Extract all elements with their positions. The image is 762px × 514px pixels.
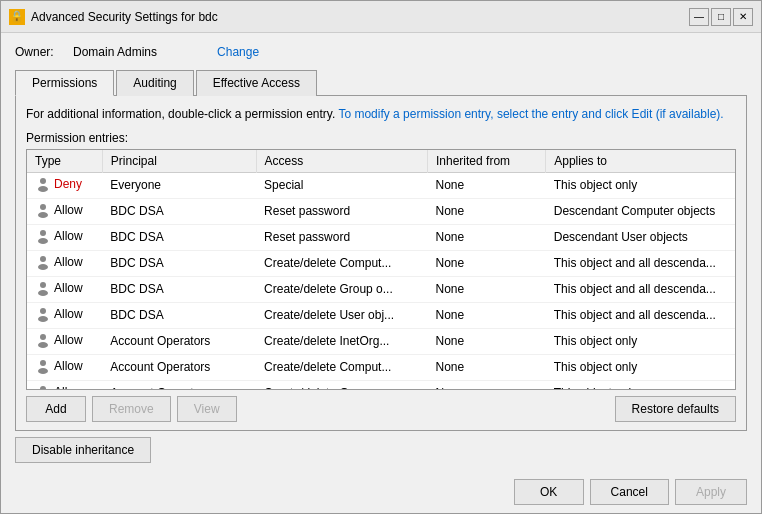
cell-applies: This object only (546, 328, 735, 354)
restore-defaults-button[interactable]: Restore defaults (615, 396, 736, 422)
bottom-bar: OK Cancel Apply (1, 471, 761, 513)
col-header-type[interactable]: Type (27, 150, 102, 173)
user-icon (35, 202, 51, 218)
cell-applies: This object only (546, 172, 735, 198)
info-text: For additional information, double-click… (26, 106, 736, 123)
svg-point-11 (38, 316, 48, 322)
user-icon (35, 176, 51, 192)
cell-type: Allow (27, 224, 102, 250)
cell-type: Allow (27, 302, 102, 328)
svg-point-0 (40, 178, 46, 184)
table-row[interactable]: Allow Account Operators Create/delete Co… (27, 354, 735, 380)
svg-point-4 (40, 230, 46, 236)
inheritance-row: Disable inheritance (15, 431, 747, 463)
tab-bar: Permissions Auditing Effective Access (15, 69, 747, 96)
title-bar: 🔒 Advanced Security Settings for bdc — □… (1, 1, 761, 33)
cell-principal: Account Operators (102, 328, 256, 354)
cell-inherited: None (428, 172, 546, 198)
table-row[interactable]: Allow BDC DSA Create/delete Group o... N… (27, 276, 735, 302)
dialog-buttons: OK Cancel Apply (514, 479, 747, 505)
tab-permissions[interactable]: Permissions (15, 70, 114, 96)
cell-applies: This object only (546, 354, 735, 380)
cell-type: Allow (27, 380, 102, 390)
close-button[interactable]: ✕ (733, 8, 753, 26)
cell-access: Create/delete Comput... (256, 250, 427, 276)
cell-inherited: None (428, 250, 546, 276)
cell-access: Special (256, 172, 427, 198)
cell-principal: BDC DSA (102, 224, 256, 250)
table-body: Deny Everyone Special None This object o… (27, 172, 735, 390)
maximize-button[interactable]: □ (711, 8, 731, 26)
col-header-access[interactable]: Access (256, 150, 427, 173)
cell-applies: Descendant User objects (546, 224, 735, 250)
cell-principal: BDC DSA (102, 276, 256, 302)
table-row[interactable]: Allow BDC DSA Reset password None Descen… (27, 198, 735, 224)
main-content: Owner: Domain Admins Change Permissions … (1, 33, 761, 471)
cell-applies: This object and all descenda... (546, 302, 735, 328)
cell-access: Create/delete Group o... (256, 276, 427, 302)
col-header-inherited[interactable]: Inherited from (428, 150, 546, 173)
table-row[interactable]: Allow Account Operators Create/delete In… (27, 328, 735, 354)
cell-access: Reset password (256, 198, 427, 224)
table-row[interactable]: Deny Everyone Special None This object o… (27, 172, 735, 198)
owner-value: Domain Admins (73, 45, 157, 59)
cancel-button[interactable]: Cancel (590, 479, 669, 505)
cell-principal: Account Operators (102, 380, 256, 390)
cell-applies: This object and all descenda... (546, 276, 735, 302)
table-row[interactable]: Allow Account Operators Create/delete Gr… (27, 380, 735, 390)
cell-principal: BDC DSA (102, 302, 256, 328)
cell-principal: BDC DSA (102, 250, 256, 276)
owner-label: Owner: (15, 45, 65, 59)
svg-point-15 (38, 368, 48, 374)
cell-inherited: None (428, 380, 546, 390)
table-row[interactable]: Allow BDC DSA Create/delete Comput... No… (27, 250, 735, 276)
cell-inherited: None (428, 354, 546, 380)
action-button-row: Add Remove View Restore defaults (26, 396, 736, 422)
table-row[interactable]: Allow BDC DSA Reset password None Descen… (27, 224, 735, 250)
svg-point-10 (40, 308, 46, 314)
user-icon (35, 280, 51, 296)
permissions-table-container[interactable]: Type Principal Access Inherited from App… (26, 149, 736, 390)
owner-row: Owner: Domain Admins Change (15, 45, 747, 59)
cell-applies: Descendant Computer objects (546, 198, 735, 224)
disable-inheritance-button[interactable]: Disable inheritance (15, 437, 151, 463)
user-icon (35, 254, 51, 270)
modify-info-link[interactable]: To modify a permission entry, select the… (338, 107, 723, 121)
table-row[interactable]: Allow BDC DSA Create/delete User obj... … (27, 302, 735, 328)
cell-access: Create/delete Comput... (256, 354, 427, 380)
svg-point-5 (38, 238, 48, 244)
remove-button[interactable]: Remove (92, 396, 171, 422)
user-icon (35, 358, 51, 374)
add-button[interactable]: Add (26, 396, 86, 422)
cell-type: Deny (27, 172, 102, 198)
col-header-applies[interactable]: Applies to (546, 150, 735, 173)
cell-principal: Everyone (102, 172, 256, 198)
cell-access: Create/delete Group o... (256, 380, 427, 390)
cell-access: Create/delete User obj... (256, 302, 427, 328)
svg-point-9 (38, 290, 48, 296)
svg-point-6 (40, 256, 46, 262)
ok-button[interactable]: OK (514, 479, 584, 505)
cell-inherited: None (428, 328, 546, 354)
minimize-button[interactable]: — (689, 8, 709, 26)
user-icon (35, 332, 51, 348)
cell-inherited: None (428, 302, 546, 328)
cell-inherited: None (428, 198, 546, 224)
change-owner-link[interactable]: Change (217, 45, 259, 59)
cell-inherited: None (428, 224, 546, 250)
tab-auditing[interactable]: Auditing (116, 70, 193, 96)
tab-effective-access[interactable]: Effective Access (196, 70, 317, 96)
svg-point-13 (38, 342, 48, 348)
cell-applies: This object and all descenda... (546, 250, 735, 276)
col-header-principal[interactable]: Principal (102, 150, 256, 173)
cell-inherited: None (428, 276, 546, 302)
svg-point-12 (40, 334, 46, 340)
cell-type: Allow (27, 198, 102, 224)
view-button[interactable]: View (177, 396, 237, 422)
svg-point-1 (38, 186, 48, 192)
apply-button[interactable]: Apply (675, 479, 747, 505)
user-icon (35, 306, 51, 322)
cell-type: Allow (27, 328, 102, 354)
table-header-row: Type Principal Access Inherited from App… (27, 150, 735, 173)
user-icon (35, 228, 51, 244)
